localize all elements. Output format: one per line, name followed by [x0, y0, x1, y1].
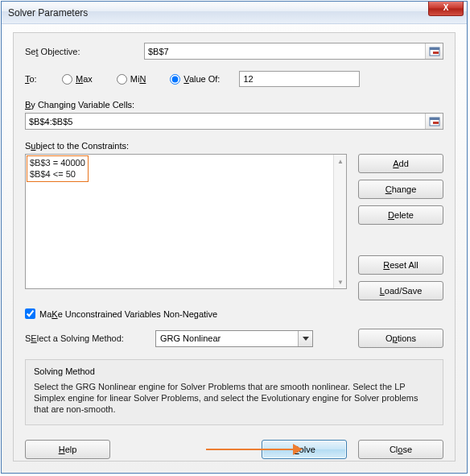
- load-save-button[interactable]: Load/Save: [358, 281, 443, 300]
- method-dropdown-button[interactable]: [298, 331, 312, 346]
- constraints-label: Subject to the Constraints:: [25, 141, 443, 151]
- chevron-down-icon: [303, 337, 309, 341]
- changing-cells-label: By Changing Variable Cells:: [25, 100, 443, 110]
- method-label: SElect a Solving Method:: [25, 333, 144, 343]
- range-selector-icon: [429, 117, 440, 126]
- svg-rect-4: [430, 118, 439, 120]
- objective-input[interactable]: [145, 43, 425, 59]
- range-selector-icon: [429, 47, 440, 56]
- to-valueof-radio[interactable]: Value Of:: [170, 74, 220, 85]
- svg-rect-5: [433, 122, 439, 124]
- add-button[interactable]: Add: [358, 154, 443, 173]
- window-title: Solver Parameters: [8, 7, 88, 19]
- to-max-label: Max: [76, 74, 93, 84]
- objective-input-wrap: [144, 43, 443, 60]
- close-button[interactable]: Close: [358, 440, 443, 459]
- changing-cells-input[interactable]: [26, 114, 425, 129]
- help-title: Solving Method: [34, 366, 435, 376]
- window-close-button[interactable]: X: [428, 2, 464, 16]
- solver-parameters-dialog: Solver Parameters X Set Objective: To:: [1, 1, 468, 474]
- value-of-input[interactable]: [239, 71, 360, 87]
- to-label: To:: [25, 74, 62, 84]
- reset-all-button[interactable]: Reset All: [358, 255, 443, 275]
- dialog-content: Set Objective: To: Max MiN: [13, 32, 456, 462]
- listbox-scrollbar[interactable]: ▲ ▼: [333, 155, 346, 288]
- method-value: GRG Nonlinear: [160, 333, 221, 343]
- constraints-highlight: $B$3 = 40000 $B$4 <= 50: [27, 155, 89, 182]
- options-button[interactable]: Options: [358, 329, 443, 348]
- changing-cells-ref-button[interactable]: [425, 114, 443, 129]
- close-icon: X: [443, 3, 449, 12]
- constraint-item[interactable]: $B$4 <= 50: [30, 168, 85, 180]
- changing-cells-input-wrap: [25, 113, 443, 130]
- svg-rect-1: [430, 48, 439, 50]
- change-button[interactable]: Change: [358, 180, 443, 199]
- solving-method-help: Solving Method Select the GRG Nonlinear …: [25, 359, 443, 425]
- to-valueof-label: Value Of:: [183, 74, 220, 84]
- solve-button[interactable]: Solve: [262, 440, 347, 459]
- to-valueof-input[interactable]: [170, 74, 180, 85]
- help-body: Select the GRG Nonlinear engine for Solv…: [34, 381, 435, 415]
- set-objective-label: Set Objective:: [25, 47, 144, 56]
- to-min-input[interactable]: [117, 74, 127, 85]
- to-min-radio[interactable]: MiN: [117, 74, 146, 85]
- to-min-label: MiN: [130, 74, 146, 84]
- dialog-footer: Help Solve Close: [25, 440, 443, 459]
- scroll-down-icon[interactable]: ▼: [334, 275, 347, 288]
- method-select[interactable]: GRG Nonlinear: [155, 330, 313, 347]
- constraint-item[interactable]: $B$3 = 40000: [30, 157, 85, 168]
- nonneg-label: MaKe Unconstrained Variables Non-Negativ…: [39, 309, 217, 319]
- constraints-listbox[interactable]: $B$3 = 40000 $B$4 <= 50 ▲ ▼: [25, 154, 347, 289]
- help-button[interactable]: Help: [25, 440, 110, 459]
- objective-ref-button[interactable]: [425, 43, 443, 59]
- svg-rect-2: [433, 52, 439, 54]
- scroll-up-icon[interactable]: ▲: [334, 155, 347, 168]
- to-max-input[interactable]: [62, 74, 72, 85]
- constraint-buttons: Add Change Delete Reset All Load/Save: [358, 154, 443, 300]
- delete-button[interactable]: Delete: [358, 205, 443, 225]
- to-max-radio[interactable]: Max: [62, 74, 93, 85]
- titlebar[interactable]: Solver Parameters X: [2, 2, 467, 24]
- nonneg-checkbox[interactable]: [25, 308, 35, 319]
